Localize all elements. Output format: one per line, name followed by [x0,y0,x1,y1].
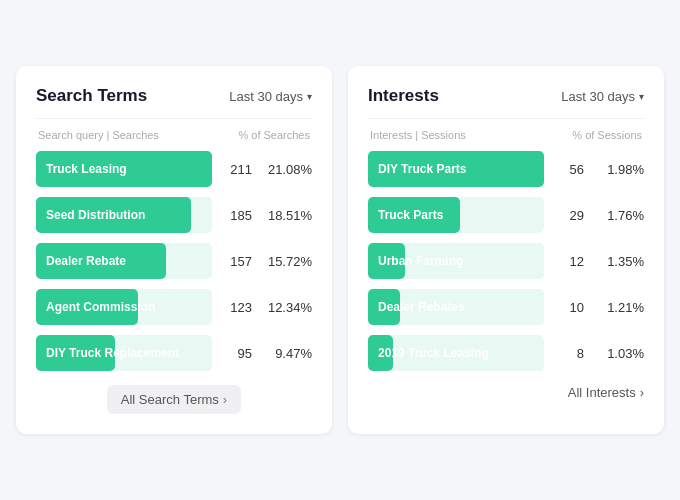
search-terms-card: Search Terms Last 30 days ▾ Search query… [16,66,332,434]
table-row: Truck Leasing 211 21.08% [36,151,312,187]
interests-card-title: Interests [368,86,439,106]
bar-label: Dealer Rebate [46,254,126,268]
bar-count: 56 [552,162,584,177]
bar-wrap: Urban Farming [368,243,544,279]
bar-pct: 1.21% [592,300,644,315]
bar-label: DIY Truck Replacement [46,346,179,360]
table-row: Agent Commission 123 12.34% [36,289,312,325]
arrow-right-icon: › [223,392,227,407]
search-col-left: Search query | Searches [38,129,159,141]
bar-pct: 1.03% [592,346,644,361]
bar-label: DIY Truck Parts [378,162,467,176]
interests-card-header: Interests Last 30 days ▾ [368,86,644,106]
interests-rows-container: DIY Truck Parts 56 1.98% Truck Parts 29 … [368,151,644,371]
bar-label: Dealer Rebates [378,300,465,314]
search-date-label: Last 30 days [229,89,303,104]
bar-pct: 18.51% [260,208,312,223]
table-row: Seed Distribution 185 18.51% [36,197,312,233]
search-date-filter[interactable]: Last 30 days ▾ [229,89,312,104]
all-search-terms-button[interactable]: All Search Terms › [107,385,241,414]
bar-count: 95 [220,346,252,361]
bar-wrap: DIY Truck Parts [368,151,544,187]
interests-date-filter[interactable]: Last 30 days ▾ [561,89,644,104]
table-row: Truck Parts 29 1.76% [368,197,644,233]
bar-count: 8 [552,346,584,361]
bar-count: 10 [552,300,584,315]
bar-label: Truck Parts [378,208,443,222]
table-row: Dealer Rebates 10 1.21% [368,289,644,325]
bar-pct: 12.34% [260,300,312,315]
bar-pct: 1.76% [592,208,644,223]
bar-pct: 15.72% [260,254,312,269]
bar-label: 2019 Truck Leasing [378,346,489,360]
bar-wrap: Dealer Rebate [36,243,212,279]
chevron-down-icon: ▾ [307,91,312,102]
interests-date-label: Last 30 days [561,89,635,104]
bar-count: 29 [552,208,584,223]
interests-col-headers: Interests | Sessions % of Sessions [368,129,644,141]
interests-col-left: Interests | Sessions [370,129,466,141]
bar-pct: 1.98% [592,162,644,177]
table-row: DIY Truck Replacement 95 9.47% [36,335,312,371]
table-row: Urban Farming 12 1.35% [368,243,644,279]
bar-pct: 1.35% [592,254,644,269]
bar-wrap: Dealer Rebates [368,289,544,325]
arrow-right-icon: › [640,385,644,400]
bar-label: Seed Distribution [46,208,145,222]
search-card-header: Search Terms Last 30 days ▾ [36,86,312,106]
search-col-right: % of Searches [238,129,310,141]
chevron-down-icon: ▾ [639,91,644,102]
bar-wrap: DIY Truck Replacement [36,335,212,371]
bar-count: 211 [220,162,252,177]
bar-wrap: Truck Parts [368,197,544,233]
bar-wrap: Seed Distribution [36,197,212,233]
search-card-title: Search Terms [36,86,147,106]
bar-count: 185 [220,208,252,223]
bar-pct: 21.08% [260,162,312,177]
all-search-terms-label: All Search Terms [121,392,219,407]
bar-count: 12 [552,254,584,269]
bar-pct: 9.47% [260,346,312,361]
table-row: Dealer Rebate 157 15.72% [36,243,312,279]
bar-wrap: Agent Commission [36,289,212,325]
bar-label: Urban Farming [378,254,463,268]
bar-wrap: 2019 Truck Leasing [368,335,544,371]
bar-wrap: Truck Leasing [36,151,212,187]
bar-count: 123 [220,300,252,315]
search-col-headers: Search query | Searches % of Searches [36,129,312,141]
search-rows-container: Truck Leasing 211 21.08% Seed Distributi… [36,151,312,371]
interests-footer: All Interests › [368,385,644,400]
all-interests-label: All Interests [568,385,636,400]
all-interests-button[interactable]: All Interests › [568,385,644,400]
table-row: DIY Truck Parts 56 1.98% [368,151,644,187]
interests-col-right: % of Sessions [572,129,642,141]
bar-label: Agent Commission [46,300,155,314]
search-footer: All Search Terms › [36,385,312,414]
bar-label: Truck Leasing [46,162,127,176]
table-row: 2019 Truck Leasing 8 1.03% [368,335,644,371]
interests-card: Interests Last 30 days ▾ Interests | Ses… [348,66,664,434]
bar-count: 157 [220,254,252,269]
